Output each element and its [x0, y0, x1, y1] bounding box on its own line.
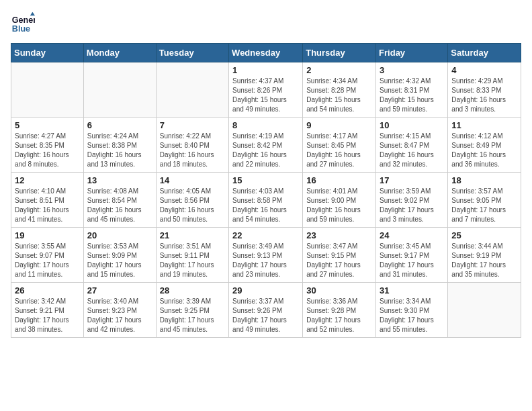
calendar-cell: 11Sunrise: 4:12 AMSunset: 8:49 PMDayligh…	[448, 118, 521, 173]
day-info: Sunrise: 4:01 AMSunset: 9:00 PMDaylight:…	[306, 187, 372, 224]
day-info: Sunrise: 3:47 AMSunset: 9:15 PMDaylight:…	[306, 242, 372, 279]
calendar-cell: 17Sunrise: 3:59 AMSunset: 9:02 PMDayligh…	[376, 173, 448, 228]
weekday-header-friday: Friday	[376, 44, 448, 62]
day-info: Sunrise: 4:24 AMSunset: 8:38 PMDaylight:…	[87, 132, 152, 169]
day-info: Sunrise: 3:40 AMSunset: 9:23 PMDaylight:…	[87, 297, 152, 334]
day-number: 1	[232, 65, 299, 75]
weekday-header-tuesday: Tuesday	[156, 44, 228, 62]
page-header: General Blue	[11, 11, 521, 35]
calendar-cell: 9Sunrise: 4:17 AMSunset: 8:45 PMDaylight…	[303, 118, 376, 173]
calendar-cell: 21Sunrise: 3:51 AMSunset: 9:11 PMDayligh…	[156, 228, 228, 283]
calendar-cell: 6Sunrise: 4:24 AMSunset: 8:38 PMDaylight…	[83, 118, 156, 173]
calendar-cell: 3Sunrise: 4:32 AMSunset: 8:31 PMDaylight…	[376, 62, 448, 118]
day-info: Sunrise: 3:39 AMSunset: 9:25 PMDaylight:…	[160, 297, 225, 334]
logo: General Blue	[11, 11, 35, 35]
day-info: Sunrise: 4:05 AMSunset: 8:56 PMDaylight:…	[160, 187, 225, 224]
day-number: 7	[160, 120, 225, 130]
day-number: 22	[232, 230, 299, 240]
day-number: 12	[15, 175, 80, 185]
day-number: 26	[15, 285, 80, 295]
day-info: Sunrise: 4:34 AMSunset: 8:28 PMDaylight:…	[306, 77, 372, 114]
weekday-header-sunday: Sunday	[11, 44, 84, 62]
calendar-week-row: 12Sunrise: 4:10 AMSunset: 8:51 PMDayligh…	[11, 173, 521, 228]
day-info: Sunrise: 4:08 AMSunset: 8:54 PMDaylight:…	[87, 187, 152, 224]
calendar-cell: 23Sunrise: 3:47 AMSunset: 9:15 PMDayligh…	[303, 228, 376, 283]
calendar-cell: 5Sunrise: 4:27 AMSunset: 8:35 PMDaylight…	[11, 118, 84, 173]
day-number: 4	[451, 65, 517, 75]
day-info: Sunrise: 4:29 AMSunset: 8:33 PMDaylight:…	[451, 77, 517, 114]
day-number: 27	[87, 285, 152, 295]
calendar-cell: 14Sunrise: 4:05 AMSunset: 8:56 PMDayligh…	[156, 173, 228, 228]
weekday-header-row: SundayMondayTuesdayWednesdayThursdayFrid…	[11, 44, 521, 62]
day-info: Sunrise: 3:55 AMSunset: 9:07 PMDaylight:…	[15, 242, 80, 279]
day-info: Sunrise: 4:27 AMSunset: 8:35 PMDaylight:…	[15, 132, 80, 169]
calendar-cell: 26Sunrise: 3:42 AMSunset: 9:21 PMDayligh…	[11, 283, 84, 338]
calendar-cell: 19Sunrise: 3:55 AMSunset: 9:07 PMDayligh…	[11, 228, 84, 283]
day-number: 30	[306, 285, 372, 295]
calendar-cell: 15Sunrise: 4:03 AMSunset: 8:58 PMDayligh…	[229, 173, 303, 228]
calendar-cell: 16Sunrise: 4:01 AMSunset: 9:00 PMDayligh…	[303, 173, 376, 228]
calendar-cell: 22Sunrise: 3:49 AMSunset: 9:13 PMDayligh…	[229, 228, 303, 283]
calendar-cell: 18Sunrise: 3:57 AMSunset: 9:05 PMDayligh…	[448, 173, 521, 228]
calendar-cell: 7Sunrise: 4:22 AMSunset: 8:40 PMDaylight…	[156, 118, 228, 173]
day-number: 2	[306, 65, 372, 75]
day-info: Sunrise: 4:22 AMSunset: 8:40 PMDaylight:…	[160, 132, 225, 169]
day-number: 5	[15, 120, 80, 130]
calendar-week-row: 5Sunrise: 4:27 AMSunset: 8:35 PMDaylight…	[11, 118, 521, 173]
calendar-cell	[448, 283, 521, 338]
day-number: 16	[306, 175, 372, 185]
day-info: Sunrise: 3:45 AMSunset: 9:17 PMDaylight:…	[380, 242, 444, 279]
day-number: 24	[380, 230, 444, 240]
day-number: 9	[306, 120, 372, 130]
day-info: Sunrise: 3:51 AMSunset: 9:11 PMDaylight:…	[160, 242, 225, 279]
day-info: Sunrise: 3:36 AMSunset: 9:28 PMDaylight:…	[306, 297, 372, 334]
day-number: 20	[87, 230, 152, 240]
calendar-table: SundayMondayTuesdayWednesdayThursdayFrid…	[11, 43, 521, 338]
day-number: 28	[160, 285, 225, 295]
calendar-cell: 20Sunrise: 3:53 AMSunset: 9:09 PMDayligh…	[83, 228, 156, 283]
calendar-cell: 29Sunrise: 3:37 AMSunset: 9:26 PMDayligh…	[229, 283, 303, 338]
day-number: 13	[87, 175, 152, 185]
day-number: 23	[306, 230, 372, 240]
calendar-cell: 27Sunrise: 3:40 AMSunset: 9:23 PMDayligh…	[83, 283, 156, 338]
calendar-cell: 24Sunrise: 3:45 AMSunset: 9:17 PMDayligh…	[376, 228, 448, 283]
calendar-week-row: 19Sunrise: 3:55 AMSunset: 9:07 PMDayligh…	[11, 228, 521, 283]
day-info: Sunrise: 4:15 AMSunset: 8:47 PMDaylight:…	[380, 132, 444, 169]
day-number: 3	[380, 65, 444, 75]
day-number: 29	[232, 285, 299, 295]
calendar-week-row: 26Sunrise: 3:42 AMSunset: 9:21 PMDayligh…	[11, 283, 521, 338]
weekday-header-monday: Monday	[83, 44, 156, 62]
day-number: 19	[15, 230, 80, 240]
calendar-cell: 28Sunrise: 3:39 AMSunset: 9:25 PMDayligh…	[156, 283, 228, 338]
day-number: 21	[160, 230, 225, 240]
day-info: Sunrise: 4:37 AMSunset: 8:26 PMDaylight:…	[232, 77, 299, 114]
svg-marker-2	[30, 12, 35, 15]
day-number: 17	[380, 175, 444, 185]
day-number: 15	[232, 175, 299, 185]
calendar-cell: 30Sunrise: 3:36 AMSunset: 9:28 PMDayligh…	[303, 283, 376, 338]
weekday-header-thursday: Thursday	[303, 44, 376, 62]
calendar-cell	[11, 62, 84, 118]
day-info: Sunrise: 4:10 AMSunset: 8:51 PMDaylight:…	[15, 187, 80, 224]
svg-text:Blue: Blue	[12, 24, 30, 34]
day-info: Sunrise: 3:42 AMSunset: 9:21 PMDaylight:…	[15, 297, 80, 334]
calendar-cell: 8Sunrise: 4:19 AMSunset: 8:42 PMDaylight…	[229, 118, 303, 173]
calendar-cell: 4Sunrise: 4:29 AMSunset: 8:33 PMDaylight…	[448, 62, 521, 118]
logo-icon: General Blue	[11, 11, 35, 35]
day-info: Sunrise: 4:12 AMSunset: 8:49 PMDaylight:…	[451, 132, 517, 169]
calendar-cell: 25Sunrise: 3:44 AMSunset: 9:19 PMDayligh…	[448, 228, 521, 283]
day-number: 25	[451, 230, 517, 240]
day-info: Sunrise: 3:53 AMSunset: 9:09 PMDaylight:…	[87, 242, 152, 279]
day-number: 14	[160, 175, 225, 185]
day-info: Sunrise: 4:03 AMSunset: 8:58 PMDaylight:…	[232, 187, 299, 224]
day-number: 18	[451, 175, 517, 185]
calendar-cell: 1Sunrise: 4:37 AMSunset: 8:26 PMDaylight…	[229, 62, 303, 118]
day-info: Sunrise: 3:34 AMSunset: 9:30 PMDaylight:…	[380, 297, 444, 334]
calendar-cell	[156, 62, 228, 118]
calendar-cell	[83, 62, 156, 118]
weekday-header-wednesday: Wednesday	[229, 44, 303, 62]
calendar-cell: 2Sunrise: 4:34 AMSunset: 8:28 PMDaylight…	[303, 62, 376, 118]
day-info: Sunrise: 3:57 AMSunset: 9:05 PMDaylight:…	[451, 187, 517, 224]
calendar-week-row: 1Sunrise: 4:37 AMSunset: 8:26 PMDaylight…	[11, 62, 521, 118]
calendar-cell: 12Sunrise: 4:10 AMSunset: 8:51 PMDayligh…	[11, 173, 84, 228]
